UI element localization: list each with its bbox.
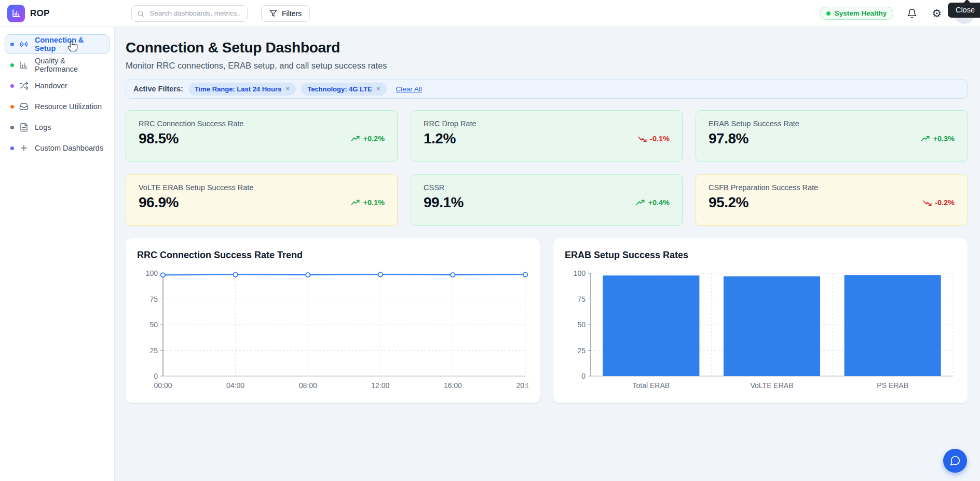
sidebar-item-label: Quality & Performance xyxy=(35,57,104,73)
svg-text:75: 75 xyxy=(149,295,158,303)
sidebar-item-logs[interactable]: Logs xyxy=(5,117,110,137)
svg-text:50: 50 xyxy=(577,320,586,329)
svg-text:00:00: 00:00 xyxy=(154,381,172,390)
funnel-icon xyxy=(269,9,277,17)
kpi-card-cssr: CSSR99.1%+0.4% xyxy=(411,174,683,226)
filter-chip-technology-4g-lte[interactable]: Technology: 4G LTE× xyxy=(301,83,386,96)
bell-icon xyxy=(907,8,917,19)
kpi-row: 95.2%-0.2% xyxy=(709,194,955,211)
kpi-trend-value: +0.2% xyxy=(363,135,385,143)
sidebar-nav: Connection & SetupQuality & PerformanceH… xyxy=(0,34,114,158)
filter-chip-label: Technology: 4G LTE xyxy=(307,85,372,93)
kpi-trend-value: -0.1% xyxy=(650,135,670,143)
sidebar-item-quality-and-performance[interactable]: Quality & Performance xyxy=(5,55,110,75)
kpi-card-volte-erab-setup-success-rate: VoLTE ERAB Setup Success Rate96.9%+0.1% xyxy=(126,174,398,226)
page-subtitle: Monitor RRC connections, ERAB setup, and… xyxy=(126,61,968,71)
remove-filter-icon[interactable]: × xyxy=(285,85,290,92)
kpi-row: 99.1%+0.4% xyxy=(424,194,670,211)
svg-text:0: 0 xyxy=(154,372,158,380)
kpi-value: 99.1% xyxy=(424,194,464,211)
kpi-row: 1.2%-0.1% xyxy=(424,130,670,147)
kpi-card-rrc-connection-success-rate: RRC Connection Success Rate98.5%+0.2% xyxy=(126,110,398,162)
kpi-trend: -0.1% xyxy=(638,135,670,143)
sidebar-item-resource-utilization[interactable]: Resource Utilization xyxy=(5,97,110,116)
status-dot-icon xyxy=(10,63,14,67)
bar-chart-svg: 0255075100Total ERABVoLTE ERABPS ERAB xyxy=(565,268,956,392)
svg-text:100: 100 xyxy=(146,269,158,277)
sidebar-item-label: Custom Dashboards xyxy=(35,144,103,152)
svg-text:12:00: 12:00 xyxy=(371,381,389,390)
filter-chip-time-range-last-24-hours[interactable]: Time Range: Last 24 Hours× xyxy=(188,83,296,96)
trend-down-icon xyxy=(638,136,647,142)
sidebar-item-label: Logs xyxy=(35,123,51,131)
mouse-cursor-icon xyxy=(66,39,79,52)
line-chart-title: RRC Connection Success Rate Trend xyxy=(137,250,528,261)
svg-text:100: 100 xyxy=(574,269,586,277)
inbox-icon xyxy=(19,101,30,112)
svg-text:08:00: 08:00 xyxy=(299,381,317,390)
active-filters-bar: Active Filters: Time Range: Last 24 Hour… xyxy=(126,79,968,99)
kpi-label: ERAB Setup Success Rate xyxy=(709,119,955,128)
trend-up-icon xyxy=(351,136,360,142)
svg-text:20:00: 20:00 xyxy=(516,381,528,390)
shuffle-icon xyxy=(19,81,30,91)
kpi-card-erab-setup-success-rate: ERAB Setup Success Rate97.8%+0.3% xyxy=(696,110,968,162)
kpi-card-rrc-drop-rate: RRC Drop Rate1.2%-0.1% xyxy=(411,110,683,162)
page-title: Connection & Setup Dashboard xyxy=(126,39,968,56)
top-bar: ROP Filters System Healthy ⚙ Clos xyxy=(0,0,980,27)
clear-all-link[interactable]: Clear All xyxy=(396,85,422,93)
svg-text:75: 75 xyxy=(577,295,586,303)
kpi-trend-value: +0.1% xyxy=(363,198,385,207)
system-status-label: System Healthy xyxy=(835,9,887,17)
filters-button[interactable]: Filters xyxy=(261,5,310,22)
status-dot-icon xyxy=(10,126,14,129)
bar-chart-icon xyxy=(19,60,30,70)
app-root: ROP Filters System Healthy ⚙ Clos xyxy=(0,0,980,481)
app-name: ROP xyxy=(30,8,49,19)
file-icon xyxy=(19,122,30,132)
kpi-trend-value: +0.4% xyxy=(648,198,670,207)
kpi-value: 98.5% xyxy=(139,130,179,147)
svg-text:VoLTE ERAB: VoLTE ERAB xyxy=(750,381,793,390)
active-filters-label: Active Filters: xyxy=(133,85,183,93)
kpi-grid: RRC Connection Success Rate98.5%+0.2%RRC… xyxy=(126,110,968,226)
kpi-row: 97.8%+0.3% xyxy=(709,130,955,147)
kpi-row: 98.5%+0.2% xyxy=(139,130,385,147)
search-input[interactable] xyxy=(148,9,242,18)
sidebar-item-connection-and-setup[interactable]: Connection & Setup xyxy=(5,34,110,54)
logo-chart-icon xyxy=(11,8,21,18)
kpi-trend: +0.1% xyxy=(351,198,385,207)
notifications-button[interactable] xyxy=(906,7,918,20)
kpi-value: 96.9% xyxy=(139,194,179,211)
kpi-value: 95.2% xyxy=(709,194,748,211)
settings-button[interactable]: ⚙ xyxy=(931,7,943,20)
main-content: Connection & Setup Dashboard Monitor RRC… xyxy=(115,27,980,481)
charts-row: RRC Connection Success Rate Trend 025507… xyxy=(126,238,968,403)
kpi-trend: -0.2% xyxy=(923,198,955,207)
line-chart: 025507510000:0004:0008:0012:0016:0020:00 xyxy=(137,268,528,392)
kpi-label: CSFB Preparation Success Rate xyxy=(709,183,955,192)
bar-chart-title: ERAB Setup Success Rates xyxy=(565,250,956,261)
sidebar-item-handover[interactable]: Handover xyxy=(5,76,110,96)
search-icon xyxy=(137,9,144,18)
kpi-label: VoLTE ERAB Setup Success Rate xyxy=(139,183,385,192)
kpi-trend: +0.4% xyxy=(636,198,670,207)
kpi-trend-value: -0.2% xyxy=(935,198,955,207)
remove-filter-icon[interactable]: × xyxy=(376,85,380,92)
kpi-value: 97.8% xyxy=(709,130,748,147)
plus-icon xyxy=(19,143,30,153)
svg-text:25: 25 xyxy=(149,346,158,355)
app-logo[interactable] xyxy=(7,5,25,22)
app-logo-area: ROP xyxy=(0,5,115,22)
svg-text:50: 50 xyxy=(149,320,158,329)
sidebar-item-custom-dashboards[interactable]: Custom Dashboards xyxy=(5,138,110,158)
close-tooltip-label: Close xyxy=(956,6,975,14)
chat-fab-button[interactable] xyxy=(943,449,967,473)
kpi-label: CSSR xyxy=(424,183,670,192)
status-dot-icon xyxy=(826,11,831,16)
radio-icon xyxy=(19,39,30,49)
status-dot-icon xyxy=(10,105,14,109)
filter-chips: Time Range: Last 24 Hours×Technology: 4G… xyxy=(188,83,387,96)
kpi-value: 1.2% xyxy=(424,130,456,147)
line-chart-svg: 025507510000:0004:0008:0012:0016:0020:00 xyxy=(137,268,528,392)
